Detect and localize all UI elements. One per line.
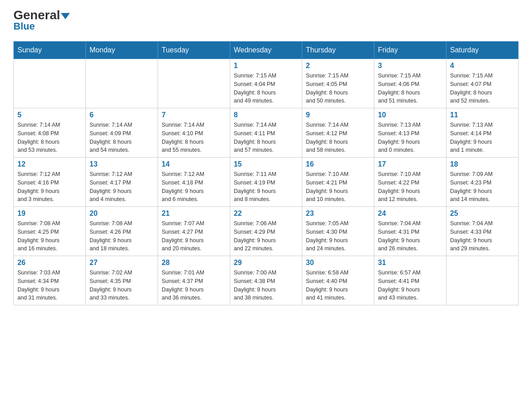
- calendar-cell: 12Sunrise: 7:12 AM Sunset: 4:16 PM Dayli…: [14, 158, 86, 207]
- day-info: Sunrise: 6:57 AM Sunset: 4:41 PM Dayligh…: [378, 269, 442, 302]
- day-number: 10: [378, 111, 442, 119]
- weekday-header-thursday: Thursday: [302, 42, 374, 59]
- calendar-cell: 29Sunrise: 7:00 AM Sunset: 4:38 PM Dayli…: [230, 256, 302, 305]
- day-number: 29: [234, 259, 298, 267]
- calendar-cell: 14Sunrise: 7:12 AM Sunset: 4:18 PM Dayli…: [158, 158, 230, 207]
- weekday-header-saturday: Saturday: [446, 42, 519, 59]
- calendar-cell: 16Sunrise: 7:10 AM Sunset: 4:21 PM Dayli…: [302, 158, 374, 207]
- weekday-header-wednesday: Wednesday: [230, 42, 302, 59]
- calendar-week-5: 26Sunrise: 7:03 AM Sunset: 4:34 PM Dayli…: [14, 256, 519, 305]
- calendar-cell: 31Sunrise: 6:57 AM Sunset: 4:41 PM Dayli…: [374, 256, 446, 305]
- calendar-cell: 26Sunrise: 7:03 AM Sunset: 4:34 PM Dayli…: [14, 256, 86, 305]
- day-number: 13: [90, 160, 154, 168]
- calendar-cell: 27Sunrise: 7:02 AM Sunset: 4:35 PM Dayli…: [86, 256, 158, 305]
- day-number: 6: [90, 111, 154, 119]
- day-number: 7: [162, 111, 226, 119]
- day-number: 2: [306, 62, 370, 70]
- calendar-cell: 19Sunrise: 7:08 AM Sunset: 4:25 PM Dayli…: [14, 207, 86, 256]
- weekday-header-tuesday: Tuesday: [158, 42, 230, 59]
- day-number: 18: [450, 160, 515, 168]
- day-number: 23: [306, 210, 370, 218]
- day-number: 27: [90, 259, 154, 267]
- day-info: Sunrise: 7:12 AM Sunset: 4:16 PM Dayligh…: [17, 170, 82, 204]
- calendar-cell: 18Sunrise: 7:09 AM Sunset: 4:23 PM Dayli…: [446, 158, 519, 207]
- calendar-cell: 24Sunrise: 7:04 AM Sunset: 4:31 PM Dayli…: [374, 207, 446, 256]
- logo: General Blue: [13, 9, 70, 32]
- calendar-week-3: 12Sunrise: 7:12 AM Sunset: 4:16 PM Dayli…: [14, 158, 519, 207]
- logo-general: General: [13, 9, 70, 21]
- calendar-week-1: 1Sunrise: 7:15 AM Sunset: 4:04 PM Daylig…: [14, 59, 519, 108]
- calendar-cell: 2Sunrise: 7:15 AM Sunset: 4:05 PM Daylig…: [302, 59, 374, 108]
- calendar-cell: [446, 256, 519, 305]
- calendar-cell: 22Sunrise: 7:06 AM Sunset: 4:29 PM Dayli…: [230, 207, 302, 256]
- calendar-cell: 6Sunrise: 7:14 AM Sunset: 4:09 PM Daylig…: [86, 108, 158, 158]
- day-info: Sunrise: 7:07 AM Sunset: 4:27 PM Dayligh…: [162, 219, 226, 253]
- calendar-table: SundayMondayTuesdayWednesdayThursdayFrid…: [13, 41, 519, 305]
- day-info: Sunrise: 7:15 AM Sunset: 4:05 PM Dayligh…: [306, 72, 370, 105]
- calendar-cell: [14, 59, 86, 108]
- calendar-cell: 17Sunrise: 7:10 AM Sunset: 4:22 PM Dayli…: [374, 158, 446, 207]
- calendar-cell: 9Sunrise: 7:14 AM Sunset: 4:12 PM Daylig…: [302, 108, 374, 158]
- calendar-cell: 20Sunrise: 7:08 AM Sunset: 4:26 PM Dayli…: [86, 207, 158, 256]
- weekday-header-friday: Friday: [374, 42, 446, 59]
- day-number: 8: [234, 111, 298, 119]
- day-number: 30: [306, 259, 370, 267]
- day-info: Sunrise: 7:15 AM Sunset: 4:06 PM Dayligh…: [378, 72, 442, 105]
- day-info: Sunrise: 7:12 AM Sunset: 4:17 PM Dayligh…: [90, 170, 154, 204]
- day-info: Sunrise: 7:08 AM Sunset: 4:26 PM Dayligh…: [90, 219, 154, 253]
- weekday-header-sunday: Sunday: [14, 42, 86, 59]
- day-number: 26: [17, 259, 82, 267]
- calendar-cell: 5Sunrise: 7:14 AM Sunset: 4:08 PM Daylig…: [14, 108, 86, 158]
- day-number: 19: [17, 210, 82, 218]
- calendar-cell: 7Sunrise: 7:14 AM Sunset: 4:10 PM Daylig…: [158, 108, 230, 158]
- day-info: Sunrise: 7:09 AM Sunset: 4:23 PM Dayligh…: [450, 170, 515, 204]
- calendar-cell: 21Sunrise: 7:07 AM Sunset: 4:27 PM Dayli…: [158, 207, 230, 256]
- calendar-cell: 25Sunrise: 7:04 AM Sunset: 4:33 PM Dayli…: [446, 207, 519, 256]
- calendar-week-4: 19Sunrise: 7:08 AM Sunset: 4:25 PM Dayli…: [14, 207, 519, 256]
- day-number: 25: [450, 210, 515, 218]
- day-info: Sunrise: 7:08 AM Sunset: 4:25 PM Dayligh…: [17, 219, 82, 253]
- day-info: Sunrise: 7:02 AM Sunset: 4:35 PM Dayligh…: [90, 269, 154, 302]
- calendar-cell: 3Sunrise: 7:15 AM Sunset: 4:06 PM Daylig…: [374, 59, 446, 108]
- day-number: 11: [450, 111, 515, 119]
- day-number: 12: [17, 160, 82, 168]
- day-number: 15: [234, 160, 298, 168]
- day-info: Sunrise: 7:13 AM Sunset: 4:13 PM Dayligh…: [378, 121, 442, 154]
- calendar-cell: 30Sunrise: 6:58 AM Sunset: 4:40 PM Dayli…: [302, 256, 374, 305]
- calendar-cell: 13Sunrise: 7:12 AM Sunset: 4:17 PM Dayli…: [86, 158, 158, 207]
- day-info: Sunrise: 6:58 AM Sunset: 4:40 PM Dayligh…: [306, 269, 370, 302]
- day-number: 17: [378, 160, 442, 168]
- day-info: Sunrise: 7:04 AM Sunset: 4:33 PM Dayligh…: [450, 219, 515, 253]
- day-number: 9: [306, 111, 370, 119]
- day-info: Sunrise: 7:14 AM Sunset: 4:12 PM Dayligh…: [306, 121, 370, 154]
- day-info: Sunrise: 7:10 AM Sunset: 4:22 PM Dayligh…: [378, 170, 442, 204]
- day-info: Sunrise: 7:15 AM Sunset: 4:07 PM Dayligh…: [450, 72, 515, 105]
- day-info: Sunrise: 7:05 AM Sunset: 4:30 PM Dayligh…: [306, 219, 370, 253]
- day-number: 16: [306, 160, 370, 168]
- logo-triangle-icon: [61, 13, 70, 19]
- day-number: 22: [234, 210, 298, 218]
- logo-blue: Blue: [13, 21, 35, 32]
- day-number: 3: [378, 62, 442, 70]
- day-number: 4: [450, 62, 515, 70]
- day-info: Sunrise: 7:13 AM Sunset: 4:14 PM Dayligh…: [450, 121, 515, 154]
- day-info: Sunrise: 7:14 AM Sunset: 4:11 PM Dayligh…: [234, 121, 298, 154]
- day-number: 1: [234, 62, 298, 70]
- calendar-cell: [158, 59, 230, 108]
- day-info: Sunrise: 7:14 AM Sunset: 4:09 PM Dayligh…: [90, 121, 154, 154]
- day-number: 20: [90, 210, 154, 218]
- calendar-header-row: SundayMondayTuesdayWednesdayThursdayFrid…: [14, 42, 519, 59]
- day-number: 31: [378, 259, 442, 267]
- day-number: 21: [162, 210, 226, 218]
- day-info: Sunrise: 7:01 AM Sunset: 4:37 PM Dayligh…: [162, 269, 226, 302]
- calendar-cell: 23Sunrise: 7:05 AM Sunset: 4:30 PM Dayli…: [302, 207, 374, 256]
- day-number: 28: [162, 259, 226, 267]
- day-info: Sunrise: 7:03 AM Sunset: 4:34 PM Dayligh…: [17, 269, 82, 302]
- day-info: Sunrise: 7:15 AM Sunset: 4:04 PM Dayligh…: [234, 72, 298, 105]
- calendar-cell: 15Sunrise: 7:11 AM Sunset: 4:19 PM Dayli…: [230, 158, 302, 207]
- calendar-cell: 28Sunrise: 7:01 AM Sunset: 4:37 PM Dayli…: [158, 256, 230, 305]
- calendar-cell: 11Sunrise: 7:13 AM Sunset: 4:14 PM Dayli…: [446, 108, 519, 158]
- day-info: Sunrise: 7:12 AM Sunset: 4:18 PM Dayligh…: [162, 170, 226, 204]
- day-info: Sunrise: 7:14 AM Sunset: 4:08 PM Dayligh…: [17, 121, 82, 154]
- day-number: 24: [378, 210, 442, 218]
